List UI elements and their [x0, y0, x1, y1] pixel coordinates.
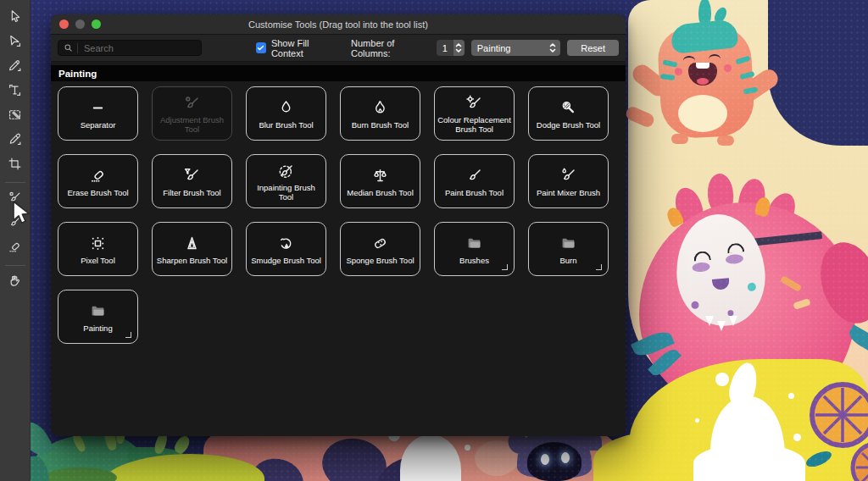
eyedropper-icon: [7, 131, 23, 151]
sidebar-tool-text-frame[interactable]: [0, 80, 31, 104]
tool-button-paint-mixer-brush[interactable]: Paint Mixer Brush: [528, 154, 609, 208]
minimize-button[interactable]: [75, 19, 85, 29]
tool-label: Sponge Brush Tool: [346, 256, 414, 265]
white-flame-right: [693, 362, 812, 481]
smudge-brush-icon: [276, 234, 296, 254]
tool-label: Pixel Tool: [81, 256, 115, 265]
customise-tools-dialog: Customise Tools (Drag tool into the tool…: [51, 14, 626, 436]
folder-icon: [559, 234, 578, 254]
tool-button-blur-brush-tool[interactable]: Blur Brush Tool: [246, 86, 326, 141]
show-fill-context-row: Show Fill Context: [256, 38, 337, 58]
dialog-titlebar[interactable]: Customise Tools (Drag tool into the tool…: [51, 14, 626, 35]
tool-label: Separator: [81, 120, 116, 130]
search-divider: [77, 43, 78, 53]
show-fill-context-checkbox[interactable]: [256, 42, 266, 53]
tool-button-paint-brush-tool[interactable]: Paint Brush Tool: [434, 154, 515, 208]
sidebar-tool-erase-brush[interactable]: [0, 236, 31, 261]
tool-label: Median Brush Tool: [347, 188, 414, 197]
filter-brush-icon: [182, 166, 202, 186]
search-icon: [64, 43, 73, 53]
group-corner-mark: [125, 332, 131, 338]
paint-brush-icon: [465, 166, 484, 186]
sidebar-tool-cursor[interactable]: [0, 6, 31, 30]
dodge-brush-icon: [559, 98, 578, 119]
sidebar-tool-adjustment-brush[interactable]: [0, 187, 31, 212]
dialog-toolbar: Show Fill Context Number of Columns: 1 P…: [51, 35, 626, 62]
columns-label: Number of Columns:: [351, 38, 430, 58]
columns-stepper[interactable]: 1: [437, 40, 465, 56]
tool-button-burn[interactable]: Burn: [528, 222, 609, 276]
stepper-arrows-icon[interactable]: [453, 40, 465, 56]
tool-label: Painting: [83, 323, 112, 333]
tool-button-sharpen-brush-tool[interactable]: Sharpen Brush Tool: [152, 222, 232, 276]
tool-button-dodge-brush-tool[interactable]: Dodge Brush Tool: [528, 86, 609, 141]
pixel-icon: [88, 234, 108, 254]
tool-button-pixel-tool[interactable]: Pixel Tool: [58, 222, 138, 276]
flood-select-icon: [7, 107, 23, 126]
group-corner-mark: [596, 264, 602, 270]
search-field[interactable]: [58, 40, 202, 56]
tool-button-sponge-brush-tool[interactable]: Sponge Brush Tool: [340, 222, 420, 276]
blur-brush-icon: [276, 98, 296, 119]
tool-grid: SeparatorAdjustment Brush ToolBlur Brush…: [51, 81, 626, 351]
tool-label: Inpainting Brush Tool: [249, 183, 323, 202]
tool-label: Dodge Brush Tool: [537, 120, 600, 130]
reset-button[interactable]: Reset: [567, 40, 619, 56]
text-frame-icon: [7, 82, 23, 102]
tool-label: Adjustment Brush Tool: [155, 115, 229, 134]
tool-button-smudge-brush-tool[interactable]: Smudge Brush Tool: [246, 222, 326, 276]
adjustment-brush-icon: [7, 190, 23, 209]
tool-button-brushes[interactable]: Brushes: [434, 222, 515, 276]
category-value: Painting: [477, 43, 550, 53]
sponge-brush-icon: [370, 234, 390, 254]
tool-button-inpainting-brush-tool[interactable]: Inpainting Brush Tool: [246, 154, 326, 208]
median-brush-icon: [370, 166, 390, 186]
paint-mixer-brush-icon: [559, 166, 578, 186]
erase-brush-icon: [88, 166, 108, 186]
tool-label: Burn: [559, 256, 576, 265]
tool-label: Paint Brush Tool: [445, 188, 504, 197]
tool-button-filter-brush-tool[interactable]: Filter Brush Tool: [152, 154, 232, 208]
inpainting-brush-icon: [276, 161, 296, 181]
show-fill-context-label: Show Fill Context: [271, 38, 337, 58]
dialog-title: Customise Tools (Drag tool into the tool…: [248, 19, 428, 30]
tool-button-median-brush-tool[interactable]: Median Brush Tool: [340, 154, 420, 208]
section-title: Painting: [58, 69, 97, 79]
tool-button-burn-brush-tool[interactable]: Burn Brush Tool: [340, 86, 420, 141]
tool-label: Filter Brush Tool: [163, 188, 220, 197]
sidebar-tool-node-arrow[interactable]: [0, 30, 31, 55]
tool-label: Brushes: [459, 256, 489, 265]
traffic-lights: [59, 14, 101, 34]
tool-label: Burn Brush Tool: [352, 120, 409, 130]
sidebar-tool-crop[interactable]: [0, 153, 31, 178]
sidebar-tool-hand[interactable]: [0, 270, 31, 295]
adjustment-brush-icon: [182, 93, 202, 113]
tool-button-adjustment-brush-tool: Adjustment Brush Tool: [152, 86, 232, 141]
tool-button-separator[interactable]: Separator: [58, 86, 138, 141]
section-header: Painting: [51, 65, 626, 81]
tool-label: Paint Mixer Brush: [537, 188, 600, 197]
sidebar-tool-flood-select[interactable]: [0, 104, 31, 129]
group-corner-mark: [502, 264, 508, 270]
pencil-icon: [7, 58, 23, 77]
sidebar-divider: [5, 182, 25, 183]
burn-brush-icon: [370, 98, 390, 119]
search-input[interactable]: [82, 42, 196, 54]
tool-label: Erase Brush Tool: [67, 188, 128, 197]
folder-icon: [88, 301, 108, 322]
sidebar-tool-eyedropper[interactable]: [0, 129, 31, 153]
category-dropdown[interactable]: Painting: [471, 40, 561, 56]
zoom-button[interactable]: [92, 19, 101, 29]
tool-label: Blur Brush Tool: [259, 120, 313, 130]
sidebar-tool-pencil[interactable]: [0, 55, 31, 80]
tool-button-colour-replacement-brush-tool[interactable]: Colour Replacement Brush Tool: [434, 86, 515, 141]
check-icon: [257, 44, 264, 52]
colour-replacement-brush-icon: [465, 93, 484, 113]
columns-value: 1: [437, 40, 453, 56]
app-tool-sidebar: [0, 0, 31, 481]
tool-button-painting[interactable]: Painting: [58, 290, 138, 344]
tool-button-erase-brush-tool[interactable]: Erase Brush Tool: [58, 154, 138, 208]
close-button[interactable]: [59, 19, 69, 29]
sidebar-tool-paint-brush[interactable]: [0, 212, 31, 236]
tool-label: Sharpen Brush Tool: [157, 256, 227, 265]
